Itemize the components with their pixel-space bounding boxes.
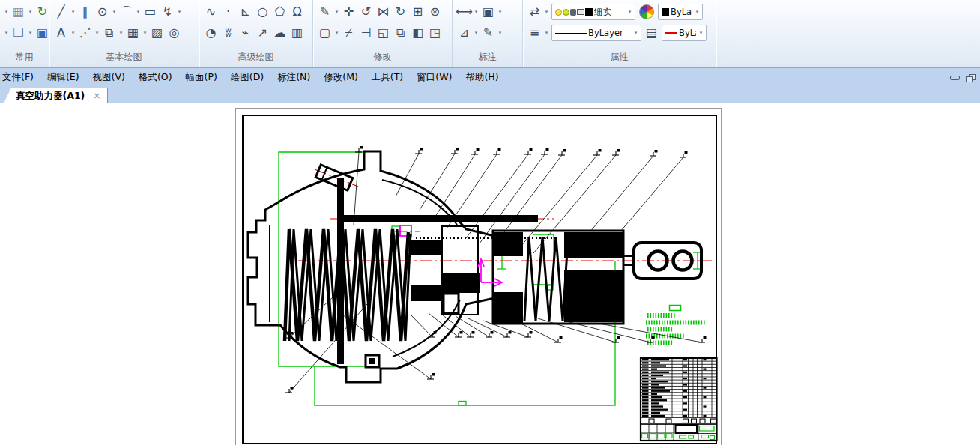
layer-combo[interactable]: 细实▾ bbox=[551, 4, 635, 20]
dropdown-caret[interactable]: ▾ bbox=[473, 9, 480, 15]
copy-icon[interactable]: ⧉ bbox=[392, 24, 409, 42]
image-icon[interactable]: ◎ bbox=[166, 24, 183, 42]
dropdown-caret[interactable]: ▾ bbox=[626, 9, 633, 15]
rectangle-icon[interactable]: ▭ bbox=[142, 3, 159, 21]
explode-icon[interactable]: ◧ bbox=[409, 24, 426, 42]
table-icon[interactable]: ▦ bbox=[124, 24, 142, 42]
move-icon[interactable]: ✛ bbox=[340, 3, 357, 21]
layer-convert-icon[interactable]: ⇄ bbox=[526, 3, 543, 21]
dropdown-caret[interactable]: ▾ bbox=[70, 30, 76, 36]
display-window-icon[interactable]: ▣ bbox=[34, 24, 51, 42]
axis-icon[interactable]: ⊾ bbox=[237, 3, 254, 21]
arc-icon[interactable]: ⌒ bbox=[118, 3, 135, 21]
dropdown-caret[interactable]: ▾ bbox=[27, 9, 34, 15]
trim-icon[interactable]: ⌿ bbox=[340, 24, 357, 42]
tab-close-icon[interactable]: × bbox=[93, 91, 100, 101]
combo-value: ByLayer bbox=[588, 28, 623, 38]
corner-icon[interactable]: ◳ bbox=[426, 24, 444, 42]
dropdown-caret[interactable]: ▾ bbox=[27, 30, 34, 36]
refresh-icon[interactable]: ↻ bbox=[34, 3, 51, 21]
menu-item[interactable]: 编辑(E) bbox=[40, 71, 86, 84]
offset-icon[interactable]: ⊛ bbox=[426, 3, 444, 21]
tolerance-icon[interactable]: ▣ bbox=[480, 3, 497, 21]
layers-icon[interactable]: ▤ bbox=[643, 24, 660, 42]
menu-item[interactable]: 窗口(W) bbox=[410, 71, 459, 84]
dropdown-caret[interactable]: ▾ bbox=[497, 9, 503, 15]
menu-item[interactable]: 工具(T) bbox=[365, 71, 410, 84]
ellipse-icon[interactable]: ○ bbox=[254, 3, 271, 21]
point-icon[interactable]: · bbox=[220, 3, 237, 21]
rotate-copy-icon[interactable]: ↺ bbox=[357, 3, 375, 21]
line-icon[interactable]: ╱ bbox=[52, 3, 70, 21]
hatch-icon[interactable]: ▨ bbox=[148, 24, 166, 42]
erase-icon[interactable]: ✎ bbox=[316, 3, 333, 21]
parallel-lines-icon[interactable]: ∥ bbox=[76, 3, 94, 21]
dimension-icon[interactable]: ⟷ bbox=[456, 3, 473, 21]
ribbon-group-label: 属性 bbox=[526, 50, 713, 67]
dropdown-caret[interactable]: ▾ bbox=[118, 30, 124, 36]
menu-item[interactable]: 幅面(P) bbox=[179, 71, 224, 84]
ribbon-toolbar: ▾▦▾↻▾❏▾▣常用╱▾∥⊙▾⌒▾▭↯▾A▾⋰▾⧉▾▦▾▨◎基本绘图∿·⊾○⬠Ω… bbox=[0, 0, 980, 67]
dropdown-caret[interactable]: ▾ bbox=[176, 9, 183, 15]
extend-icon[interactable]: ⊣ bbox=[357, 24, 375, 42]
cylinder-icon[interactable]: ▥ bbox=[288, 24, 306, 42]
menu-item[interactable]: 视图(V) bbox=[86, 71, 132, 84]
coordinate-dimension-icon[interactable]: ⊿ bbox=[456, 24, 473, 42]
dropdown-caret[interactable]: ▾ bbox=[333, 9, 340, 15]
dropdown-caret[interactable]: ▾ bbox=[497, 30, 503, 36]
lock-icon bbox=[570, 9, 576, 16]
tab-drawing[interactable]: 真空助力器(A1) × bbox=[4, 88, 108, 103]
menu-item[interactable]: 修改(M) bbox=[317, 71, 365, 84]
minimize-icon[interactable] bbox=[950, 76, 960, 80]
dropdown-caret[interactable]: ▾ bbox=[111, 9, 118, 15]
polygon-icon[interactable]: ⬠ bbox=[271, 3, 288, 21]
wave-line-icon[interactable]: ⌁ bbox=[237, 24, 254, 42]
dropdown-caret[interactable]: ▾ bbox=[333, 30, 340, 36]
revision-cloud-icon[interactable]: ☁ bbox=[271, 24, 288, 42]
polyline-icon[interactable]: ↯ bbox=[159, 3, 176, 21]
text-edit-icon[interactable]: ✎ bbox=[480, 24, 497, 42]
drawing-viewport[interactable] bbox=[0, 103, 980, 445]
dropdown-caret[interactable]: ▾ bbox=[632, 30, 639, 36]
spline-icon[interactable]: ∿ bbox=[202, 3, 220, 21]
menu-item[interactable]: 帮助(H) bbox=[459, 71, 505, 84]
dropdown-caret[interactable]: ▾ bbox=[142, 30, 148, 36]
restore-icon[interactable] bbox=[966, 74, 976, 82]
menu-item[interactable]: 标注(N) bbox=[270, 71, 317, 84]
dropdown-caret[interactable]: ▾ bbox=[94, 30, 100, 36]
point-guide-icon[interactable]: ⋰ bbox=[76, 24, 94, 42]
block-icon[interactable]: ▦ bbox=[10, 3, 27, 21]
circle-icon[interactable]: ⊙ bbox=[94, 3, 111, 21]
text-icon[interactable]: A bbox=[52, 24, 70, 42]
arrow-icon[interactable]: ↗ bbox=[254, 24, 271, 42]
pie-icon[interactable]: ◔ bbox=[202, 24, 220, 42]
stretch-icon[interactable]: ▢ bbox=[316, 24, 333, 42]
dropdown-caret[interactable]: ▾ bbox=[3, 9, 10, 15]
linewidth-combo[interactable]: ByLay▾ bbox=[662, 25, 707, 41]
menu-item[interactable]: 格式(O) bbox=[132, 71, 179, 84]
mirror-icon[interactable]: ⋈ bbox=[375, 3, 392, 21]
dropdown-caret[interactable]: ▾ bbox=[135, 9, 142, 15]
dropdown-caret[interactable]: ▾ bbox=[543, 9, 550, 15]
dropdown-caret[interactable]: ▾ bbox=[473, 30, 480, 36]
menu-item[interactable]: 文件(F) bbox=[0, 71, 40, 84]
dropdown-caret[interactable]: ▾ bbox=[694, 9, 701, 15]
linetype-combo[interactable]: ByLayer▾ bbox=[551, 25, 641, 41]
color-wheel-icon[interactable] bbox=[639, 4, 654, 19]
paste-icon[interactable]: ❏ bbox=[10, 24, 27, 42]
scale-icon[interactable]: ◱ bbox=[375, 24, 392, 42]
color-combo[interactable]: ByLay▾ bbox=[658, 4, 703, 20]
drawing-canvas[interactable] bbox=[0, 103, 980, 445]
lineweight-icon[interactable]: ≡ bbox=[526, 24, 543, 42]
formula-curve-icon[interactable]: Ω bbox=[288, 3, 306, 21]
spring-icon[interactable]: ʬ bbox=[220, 24, 237, 42]
dropdown-caret[interactable]: ▾ bbox=[543, 30, 550, 36]
array-icon[interactable]: ⊞ bbox=[409, 3, 426, 21]
linewidth-sample bbox=[665, 32, 677, 34]
dropdown-caret[interactable]: ▾ bbox=[698, 30, 704, 36]
block-create-icon[interactable]: ⧉ bbox=[100, 24, 118, 42]
rotate-icon[interactable]: ↻ bbox=[392, 3, 409, 21]
dropdown-caret[interactable]: ▾ bbox=[3, 30, 10, 36]
dropdown-caret[interactable]: ▾ bbox=[70, 9, 76, 15]
menu-item[interactable]: 绘图(D) bbox=[224, 71, 270, 84]
